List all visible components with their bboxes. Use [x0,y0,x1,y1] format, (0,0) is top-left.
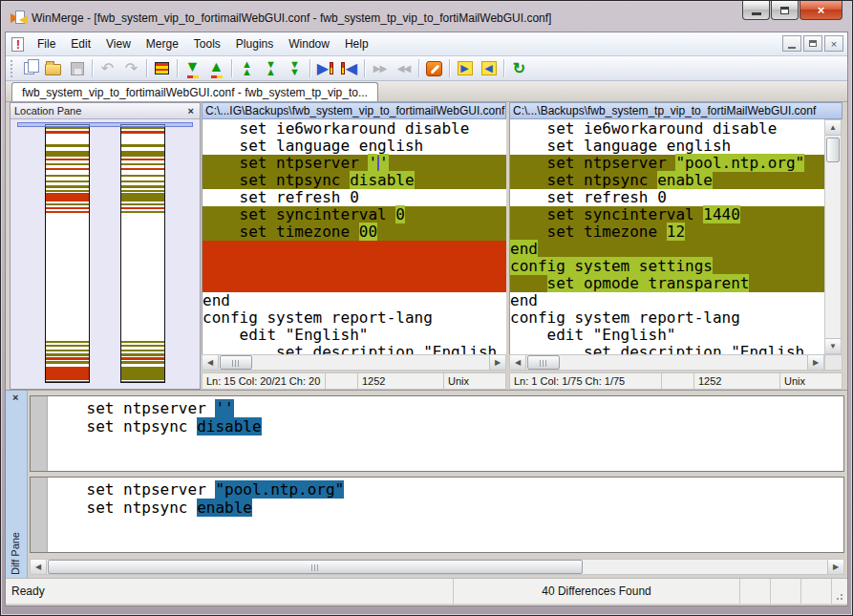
toolbar-separator [503,59,504,77]
right-horizontal-scrollbar[interactable]: ◀ ▶ [509,354,824,371]
mdi-restore-button[interactable] [803,35,822,52]
menu-item-file[interactable]: File [30,34,63,53]
document-icon[interactable] [11,37,24,52]
current-difference-icon: ▼▲ [266,61,276,76]
open-button[interactable] [41,57,65,79]
scroll-down-icon[interactable]: ▼ [825,338,841,353]
cursor-position: Ln: 15 Col: 20/21 Ch: 20 [203,373,326,389]
code-line: set refresh 0 [203,189,506,206]
diff-stripe [46,185,89,187]
right-file-path: C:\...\Backups\fwb_system_tp_vip_to_fort… [513,104,816,117]
diff-pane-label: Diff Pane [10,532,21,575]
scroll-left-icon[interactable]: ◀ [510,355,526,370]
scroll-right-icon[interactable]: ▶ [807,355,823,370]
copy-left-button[interactable]: ◀ [337,57,361,79]
previous-difference-button[interactable]: ▲ [204,57,228,79]
left-pane-status-bar: Ln: 15 Col: 20/21 Ch: 20 1252 Unix [202,372,506,390]
diff-stripe [46,207,89,209]
visible-area-indicator[interactable] [17,122,193,127]
copy-all-right-button[interactable]: ▶ [453,57,477,79]
right-file-header[interactable]: C:\...\Backups\fwb_system_tp_vip_to_fort… [509,102,842,119]
code-line: set ntpsync enable [510,172,824,189]
merge-document-tab[interactable]: fwb_system_vip_to_fortimailWebGUI.conf -… [11,82,378,101]
menu-item-plugins[interactable]: Plugins [228,34,281,53]
close-button[interactable]: × [800,1,842,20]
left-file-header[interactable]: C:\...IG\Backups\fwb_system_vip_to_forti… [202,102,506,119]
horizontal-scroll-thumb[interactable] [527,355,560,370]
toolbar-grip[interactable] [11,60,14,77]
location-pane-title: Location Pane [14,105,81,117]
toolbar-separator [231,59,232,77]
first-difference-icon: ▲▲ [242,61,252,76]
diff-stripe [121,211,164,213]
left-horizontal-scrollbar[interactable]: ◀ ▶ [202,354,506,371]
diff-stripe [46,203,89,205]
diff-detail-top[interactable]: set ntpserver '' set ntpsync disable [30,395,844,472]
diff-pane-horizontal-scrollbar[interactable]: ◀ ▶ [30,559,844,575]
location-pane-close-button[interactable]: × [186,106,196,117]
status-cell [771,579,801,604]
refresh-button[interactable]: ↻ [507,57,531,79]
eol-style: Unix [444,373,505,389]
options-button[interactable] [422,57,446,79]
tab-label: fwb_system_vip_to_fortimailWebGUI.conf -… [22,86,368,99]
window-title: WinMerge - [fwb_system_vip_to_fortimailW… [32,11,551,25]
menu-item-tools[interactable]: Tools [186,34,228,53]
diff-detail-bottom-text: set ntpserver "pool.ntp.org" set ntpsync… [48,478,843,552]
diff-pane-close-button[interactable]: × [11,393,20,403]
copy-right-button[interactable]: ▶ [313,57,337,79]
view-differences-button[interactable] [150,57,174,79]
scroll-right-icon[interactable]: ▶ [489,355,505,370]
diff-stripe [121,159,164,160]
toolbar-separator [449,59,450,77]
scroll-left-icon[interactable]: ◀ [31,560,47,574]
resize-grip[interactable] [832,579,847,604]
scroll-right-icon[interactable]: ▶ [827,560,843,574]
diff-stripe [46,181,89,182]
diff-stripe [121,381,164,382]
left-code-editor[interactable]: set ie6workaround disable set language e… [202,119,506,354]
diff-stripe [46,381,89,382]
menu-item-help[interactable]: Help [337,34,376,53]
redo-icon: ↷ [125,61,138,76]
diff-stripe [46,350,89,351]
new-file-button[interactable] [17,57,41,79]
diff-stripe [121,175,164,177]
location-bar-left[interactable] [45,124,90,383]
menu-bar: FileEditViewMergeToolsPluginsWindowHelp … [6,32,847,56]
menu-item-edit[interactable]: Edit [63,34,98,53]
next-difference-button[interactable]: ▼ [181,57,204,79]
undo-icon: ↶ [101,61,114,76]
diff-stripe [46,144,89,146]
mdi-minimize-button[interactable] [782,35,801,52]
scroll-up-icon[interactable]: ▲ [825,120,841,136]
restore-button[interactable] [771,1,799,20]
toolbar-separator [146,59,147,77]
code-line: set ntpserver "pool.ntp.org" [510,155,824,172]
menu-item-merge[interactable]: Merge [139,34,186,53]
status-message: Ready [6,579,454,604]
right-code-editor[interactable]: set ie6workaround disable set language e… [509,119,824,354]
code-line: set syncinterval 1440 [510,206,824,223]
first-difference-button[interactable]: ▲▲ [235,57,259,79]
last-difference-button[interactable]: ▼▼ [283,57,307,79]
merge-view: Location Pane × C:\...IG\Backups\fwb_sys… [6,102,847,390]
menu-item-window[interactable]: Window [281,34,337,53]
current-difference-button[interactable]: ▼▲ [259,57,283,79]
location-bar-right[interactable] [120,124,165,383]
menu-item-view[interactable]: View [98,34,139,53]
horizontal-scroll-thumb[interactable] [220,355,252,370]
code-line: set description "English [510,344,824,354]
diff-stripe [46,131,89,133]
minimize-button[interactable] [742,1,770,20]
horizontal-scroll-thumb[interactable] [48,560,583,574]
copy-all-left-button[interactable]: ◀ [477,57,501,79]
vertical-scroll-thumb[interactable] [826,138,840,162]
menu-bar-items: FileEditViewMergeToolsPluginsWindowHelp [30,34,376,53]
scroll-left-icon[interactable]: ◀ [203,355,219,370]
right-vertical-scrollbar[interactable]: ▲ ▼ [824,119,842,354]
diff-detail-bottom[interactable]: set ntpserver "pool.ntp.org" set ntpsync… [30,477,844,553]
mdi-close-button[interactable]: × [824,35,843,52]
title-bar[interactable]: WinMerge - [fwb_system_vip_to_fortimailW… [5,5,848,32]
client-area: FileEditViewMergeToolsPluginsWindowHelp … [5,32,848,606]
